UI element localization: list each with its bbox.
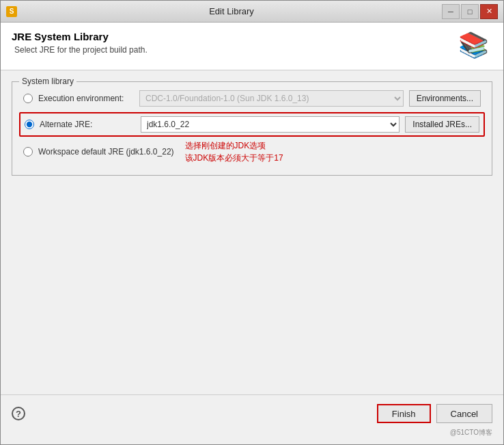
header-section: JRE System Library Select JRE for the pr… [1, 23, 503, 70]
environments-button[interactable]: Environments... [409, 90, 481, 107]
workspace-jre-radio[interactable] [23, 147, 33, 157]
execution-env-select[interactable]: CDC-1.0/Foundation-1.0 (Sun JDK 1.6.0_13… [139, 90, 404, 107]
execution-env-radio[interactable] [23, 94, 33, 103]
installed-jres-button[interactable]: Installed JREs... [405, 116, 479, 133]
close-button[interactable]: ✕ [480, 4, 498, 19]
footer-buttons: Finish Cancel [377, 404, 492, 423]
minimize-button[interactable]: ─ [442, 4, 460, 19]
cancel-button[interactable]: Cancel [436, 404, 492, 423]
system-library-group: System library Execution environment: CD… [12, 81, 492, 176]
alternate-jre-radio[interactable] [25, 120, 34, 129]
window-title: Edit Library [21, 6, 442, 16]
alternate-jre-container: Alternate JRE: jdk1.6.0_22 Installed JRE… [19, 112, 485, 137]
app-icon: S [6, 6, 17, 17]
library-icon: 📚 [458, 31, 492, 62]
execution-env-row: Execution environment: CDC-1.0/Foundatio… [23, 90, 481, 107]
workspace-jre-row: Workspace default JRE (jdk1.6.0_22) 选择刚创… [23, 139, 481, 164]
main-content: System library Execution environment: CD… [1, 70, 503, 394]
title-bar: S Edit Library ─ □ ✕ [1, 1, 503, 23]
alternate-jre-row: Alternate JRE: jdk1.6.0_22 Installed JRE… [25, 116, 479, 133]
group-legend: System library [19, 77, 76, 86]
workspace-jre-label: Workspace default JRE (jdk1.6.0_22) [38, 147, 174, 157]
books-emoji: 📚 [458, 31, 489, 59]
maximize-button[interactable]: □ [461, 4, 479, 19]
annotation-text: 选择刚创建的JDK选项 该JDK版本必须大于等于17 [185, 139, 283, 164]
window-controls: ─ □ ✕ [442, 4, 498, 19]
watermark: @51CTO博客 [0, 428, 498, 440]
execution-env-label: Execution environment: [38, 94, 134, 103]
help-button[interactable]: ? [12, 407, 25, 420]
header-title: JRE System Library [12, 31, 148, 42]
annotation-line1: 选择刚创建的JDK选项 [185, 139, 283, 152]
annotation-line2: 该JDK版本必须大于等于17 [185, 152, 283, 164]
footer: ? Finish Cancel [1, 394, 503, 432]
finish-button[interactable]: Finish [377, 404, 431, 423]
edit-library-window: S Edit Library ─ □ ✕ JRE System Library … [0, 0, 504, 445]
alternate-jre-select[interactable]: jdk1.6.0_22 [141, 116, 400, 133]
header-text: JRE System Library Select JRE for the pr… [12, 31, 148, 55]
header-subtitle: Select JRE for the project build path. [14, 45, 148, 55]
alternate-jre-label: Alternate JRE: [40, 120, 135, 129]
